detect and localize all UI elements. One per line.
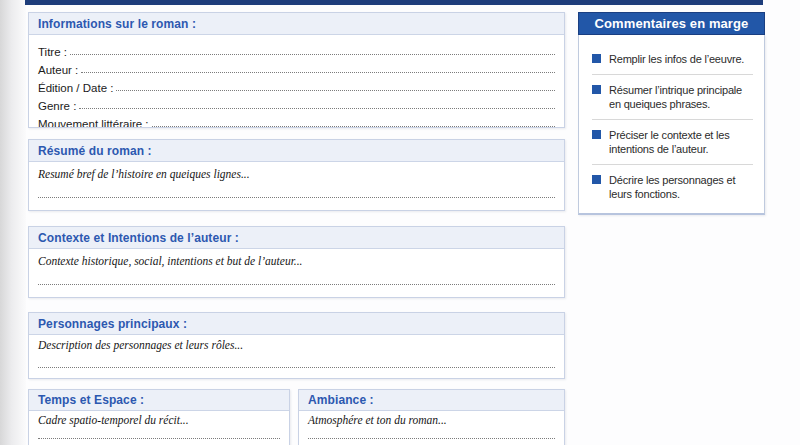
write-line [38, 353, 555, 368]
field-edition-date: Édition / Date : [38, 76, 555, 94]
field-label: Genre : [38, 100, 79, 112]
field-label: Édition / Date : [38, 82, 116, 94]
field-label: Mouvement littéraire : [38, 118, 152, 128]
field-titre: Titre : [38, 40, 555, 58]
field-label: Auteur : [38, 64, 81, 76]
placeholder-text: Contexte historique, social, intentions … [38, 253, 555, 269]
field-write-line [116, 90, 555, 91]
margin-comments-header: Commentaires en marge [578, 12, 765, 35]
section-resume-roman: Résumé du roman : Resumé bref de l’histo… [28, 139, 565, 211]
section-header: Informations sur le roman : [29, 13, 564, 35]
section-body: Cadre spatio-temporel du récit... [29, 411, 289, 439]
section-title: Résumé du roman : [38, 144, 152, 158]
margin-note-text: Résumer l’intrique principale en queique… [609, 83, 742, 111]
section-title: Ambiance : [308, 393, 374, 407]
divider [592, 74, 753, 75]
field-write-line [81, 72, 555, 73]
bullet-square-icon [592, 54, 601, 63]
margin-comments-body: Remplir les infos de l’eeuvre. Résumer l… [578, 35, 765, 215]
section-title: Contexte et Intentions de l’auteur : [38, 231, 239, 245]
margin-note-text: Préciser le contexte et les intentions d… [609, 128, 730, 156]
section-title: Temps et Espace : [38, 393, 144, 407]
section-header: Ambiance : [299, 390, 564, 411]
section-temps-espace: Temps et Espace : Cadre spatio-temporel … [28, 389, 290, 445]
write-line [308, 427, 555, 439]
write-line [38, 427, 280, 439]
worksheet-page: Informations sur le roman : Titre : Aute… [0, 0, 800, 445]
divider [592, 119, 753, 120]
field-label: Titre : [38, 46, 70, 58]
field-write-line [152, 126, 555, 127]
write-line [38, 368, 555, 379]
placeholder-text: Resumé bref de l’histoire en queiques li… [38, 166, 555, 182]
margin-note: Remplir les infos de l’eeuvre. [592, 52, 753, 66]
section-header: Résumé du roman : [29, 140, 564, 162]
bullet-square-icon [592, 85, 601, 94]
margin-note-text: Remplir les infos de l’eeuvre. [609, 52, 744, 66]
margin-note: Résumer l’intrique principale en queique… [592, 83, 753, 111]
write-line [38, 269, 555, 285]
placeholder-text: Atmosphére et ton du roman... [308, 413, 555, 427]
write-line [38, 285, 555, 298]
write-line [38, 198, 555, 211]
section-ambiance: Ambiance : Atmosphére et ton du roman... [298, 389, 565, 445]
section-body: Atmosphére et ton du roman... [299, 411, 564, 439]
page-left-margin [0, 0, 26, 445]
placeholder-text: Description des personnages et leurs rôl… [38, 337, 555, 353]
section-body: Description des personnages et leurs rôl… [29, 335, 564, 379]
field-auteur: Auteur : [38, 58, 555, 76]
margin-comments-title: Commentaires en marge [595, 16, 749, 31]
section-contexte-intentions: Contexte et Intentions de l’auteur : Con… [28, 226, 565, 298]
divider [592, 164, 753, 165]
field-genre: Genre : [38, 94, 555, 112]
field-write-line [79, 108, 555, 109]
section-body: Contexte historique, social, intentions … [29, 249, 564, 298]
write-line [38, 182, 555, 198]
section-header: Contexte et Intentions de l’auteur : [29, 227, 564, 249]
section-body: Resumé bref de l’histoire en queiques li… [29, 162, 564, 211]
bullet-square-icon [592, 175, 601, 184]
margin-note: Décrire les personnages et leurs fonctio… [592, 173, 753, 201]
section-informations-roman: Informations sur le roman : Titre : Aute… [28, 12, 565, 128]
margin-note-text: Décrire les personnages et leurs fonctio… [609, 173, 735, 201]
section-title: Informations sur le roman : [38, 17, 196, 31]
margin-comments-panel: Commentaires en marge Remplir les infos … [578, 12, 765, 215]
top-accent-bar [25, 0, 763, 5]
section-title: Personnages principaux : [38, 317, 187, 331]
placeholder-text: Cadre spatio-temporel du récit... [38, 413, 280, 427]
section-header: Temps et Espace : [29, 390, 289, 411]
bullet-square-icon [592, 130, 601, 139]
field-mouvement-litteraire: Mouvement littéraire : [38, 112, 555, 128]
section-header: Personnages principaux : [29, 313, 564, 335]
margin-note: Préciser le contexte et les intentions d… [592, 128, 753, 156]
field-write-line [70, 54, 555, 55]
section-personnages-principaux: Personnages principaux : Description des… [28, 312, 565, 379]
section-body: Titre : Auteur : Édition / Date : Genre … [29, 35, 564, 128]
